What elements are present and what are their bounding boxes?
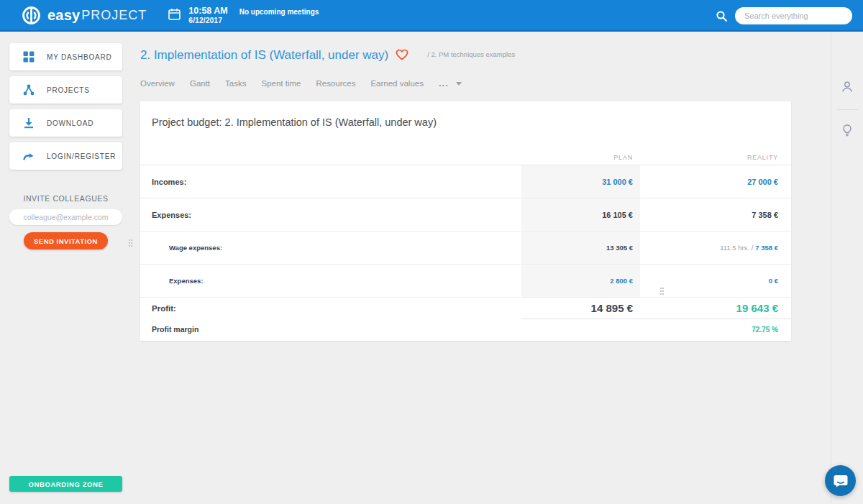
column-header-plan: PLAN xyxy=(521,150,640,165)
clock-date: 6/12/2017 xyxy=(188,16,227,25)
invite-colleagues-heading: INVITE COLLEAGUES xyxy=(9,194,122,203)
tab-spent-time[interactable]: Spent time xyxy=(261,79,301,88)
widget-title: Project budget: 2. Implementation of IS … xyxy=(140,101,791,128)
tab-resources[interactable]: Resources xyxy=(316,79,355,88)
reality-hours: 111.5 hrs. / xyxy=(720,244,753,252)
widget-drag-handle[interactable] xyxy=(660,288,664,295)
projects-network-icon xyxy=(23,84,35,96)
reality-value: 27 000 € xyxy=(640,165,791,198)
plan-value: 31 000 € xyxy=(521,165,640,198)
lightbulb-icon[interactable] xyxy=(841,124,854,139)
sidebar-item-download[interactable]: DOWNLOAD xyxy=(9,109,122,137)
logo-text-project: PROJECT xyxy=(81,8,147,23)
plan-value: 16 105 € xyxy=(521,198,640,231)
plan-value xyxy=(521,319,640,339)
reality-value: 19 643 € xyxy=(640,298,791,319)
reality-value: 111.5 hrs. / 7 358 € xyxy=(640,232,791,264)
easyproject-logo-icon xyxy=(22,6,41,25)
user-profile-icon[interactable] xyxy=(841,81,854,96)
onboarding-zone-button[interactable]: ONBOARDING ZONE xyxy=(9,476,122,492)
clock-time: 10:58 AM xyxy=(188,6,227,16)
reality-value: 7 358 € xyxy=(640,198,791,231)
breadcrumb[interactable]: / 2. PM techniques examples xyxy=(427,50,515,58)
rail-divider xyxy=(837,109,858,110)
login-arrow-icon xyxy=(23,150,35,162)
sidebar-drag-handle[interactable] xyxy=(129,239,132,247)
favorite-heart-icon[interactable] xyxy=(396,49,408,63)
left-sidebar: MY DASHBOARD PROJECTS DOWNLOAD LOGIN/REG… xyxy=(9,43,122,249)
sidebar-item-login-register[interactable]: LOGIN/REGISTER xyxy=(9,142,122,170)
row-label: Incomes: xyxy=(140,165,521,198)
budget-row-profit: Profit: 14 895 € 19 643 € xyxy=(140,298,791,319)
sidebar-item-my-dashboard[interactable]: MY DASHBOARD xyxy=(9,43,122,70)
row-label: Expenses: xyxy=(140,265,521,297)
page-title: 2. Implementation of IS (Waterfall, unde… xyxy=(140,47,388,63)
budget-row-profit-margin: Profit margin 72.75 % xyxy=(140,319,791,339)
project-budget-widget: Project budget: 2. Implementation of IS … xyxy=(140,101,791,341)
reality-amount: 7 358 € xyxy=(755,244,778,252)
main-content: 2. Implementation of IS (Waterfall, unde… xyxy=(140,32,791,341)
reality-value: 72.75 % xyxy=(640,319,791,339)
app-logo[interactable]: easy PROJECT xyxy=(22,6,147,25)
budget-table: PLAN REALITY Incomes: 31 000 € 27 000 € … xyxy=(140,150,791,339)
search-input[interactable] xyxy=(735,7,852,24)
messenger-icon xyxy=(833,473,849,489)
dashboard-icon xyxy=(23,51,35,63)
calendar-widget[interactable]: 10:58 AM 6/12/2017 No upcoming meetings xyxy=(168,6,319,25)
chevron-down-icon[interactable] xyxy=(456,82,462,86)
search-area xyxy=(716,0,852,32)
project-tabs: Overview Gantt Tasks Spent time Resource… xyxy=(140,78,791,88)
sidebar-item-label: PROJECTS xyxy=(47,86,90,94)
row-label: Expenses: xyxy=(140,198,521,231)
row-label: Wage expenses: xyxy=(140,232,521,264)
sidebar-item-label: LOGIN/REGISTER xyxy=(47,152,116,160)
plan-value: 14 895 € xyxy=(521,298,640,319)
tab-more-ellipsis[interactable]: ... xyxy=(439,78,449,88)
plan-value: 13 305 € xyxy=(521,232,640,264)
row-label: Profit: xyxy=(140,298,521,319)
tab-tasks[interactable]: Tasks xyxy=(225,79,246,88)
column-header-reality: REALITY xyxy=(640,150,791,165)
budget-row-incomes: Incomes: 31 000 € 27 000 € xyxy=(140,165,791,198)
plan-value: 2 800 € xyxy=(521,265,640,297)
tab-earned-values[interactable]: Earned values xyxy=(370,79,424,88)
calendar-icon xyxy=(168,8,181,20)
download-icon xyxy=(23,117,35,129)
budget-row-expenses: Expenses: 16 105 € 7 358 € xyxy=(140,198,791,232)
chat-launcher[interactable] xyxy=(825,465,856,496)
tab-overview[interactable]: Overview xyxy=(140,79,175,88)
sidebar-item-label: MY DASHBOARD xyxy=(47,53,112,61)
sidebar-item-projects[interactable]: PROJECTS xyxy=(9,76,122,104)
send-invitation-button[interactable]: SEND INVITATION xyxy=(24,232,108,249)
search-icon[interactable] xyxy=(716,10,728,22)
budget-row-wage-expenses: Wage expenses: 13 305 € 111.5 hrs. / 7 3… xyxy=(140,232,791,265)
row-label: Profit margin xyxy=(140,319,521,339)
top-bar: easy PROJECT 10:58 AM 6/12/2017 No upcom… xyxy=(0,0,863,32)
right-rail xyxy=(831,32,863,504)
budget-row-expenses-sub: Expenses: 2 800 € 0 € xyxy=(140,265,791,298)
invite-email-input[interactable] xyxy=(9,209,122,225)
budget-table-header: PLAN REALITY xyxy=(140,150,791,165)
sidebar-item-label: DOWNLOAD xyxy=(47,119,93,127)
meetings-status: No upcoming meetings xyxy=(239,8,319,16)
logo-text-easy: easy xyxy=(47,7,80,24)
tab-gantt[interactable]: Gantt xyxy=(190,79,210,88)
